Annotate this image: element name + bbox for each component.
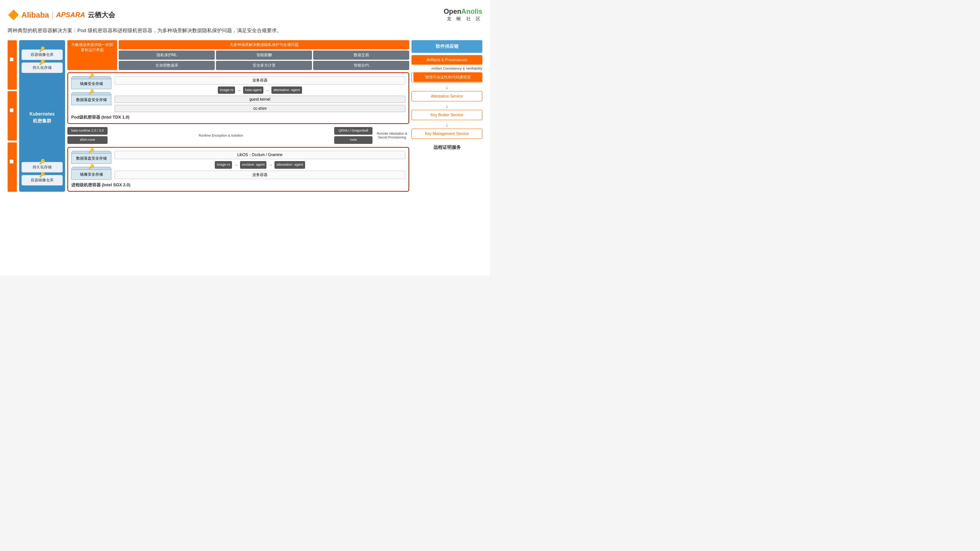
attestation-agent-pod: attestation -agent — [271, 86, 302, 94]
arrow-proc-1: → — [234, 163, 238, 167]
smart-pay-banner: 智能薪酬 — [216, 51, 312, 60]
runtime-row: kata-runtime 2.0 / 3.0 shim-rune Runtime… — [67, 126, 409, 144]
process-right: LibOS：Occlum / Gramine image-rs → enclav… — [114, 151, 405, 180]
kubernetes-label: Kubernetes 机密集群 — [29, 111, 55, 124]
bottom-container-image: 🔑 容器镜像仓库 — [21, 175, 63, 186]
alibaba-brand: Alibaba — [21, 11, 49, 20]
left-labels: 运行时安全 数据存储安全 可信基础设施 — [8, 40, 17, 192]
label-runtime: 运行时安全 — [8, 40, 17, 90]
bottom-storage-label: 容器镜像仓库 — [24, 178, 60, 183]
arrow-conn-2: ↓ — [412, 103, 482, 109]
remote-attest-label: Remote Attestation & Secret Provisioning — [375, 132, 409, 139]
top-container-image: 🔑 容器镜像仓库 — [21, 49, 63, 60]
rune-box: rune — [334, 136, 372, 144]
key-icon-4: 🔑 — [39, 172, 45, 178]
page: 🔶 Alibaba | APSARA 云栖大会 OpenAnolis 龙 蜥 社… — [0, 0, 490, 276]
kubernetes-section: Kubernetes 机密集群 — [21, 75, 63, 160]
disk-body-2: 数据落盘安全存储 — [71, 95, 111, 105]
runtime-left: kata-runtime 2.0 / 3.0 shim-rune — [67, 127, 108, 143]
guest-kernel-row: guest kernel — [114, 96, 405, 103]
pod-data-storage: 🔑 数据落盘安全存储 — [71, 92, 111, 105]
arrow-proc-2: → — [268, 163, 273, 167]
contract-banner: 智能合约 — [313, 61, 409, 70]
runtime-isolation-label: Runtime Encryption & Isolation — [110, 134, 332, 137]
key-broker-service: Key Broker Service — [412, 110, 482, 120]
software-chain-header: 软件供应链 — [412, 40, 482, 53]
runtime-right: QEMU / Dragonball rune — [334, 127, 372, 143]
pod-image-storage: 🔑 镜像安全存储 — [71, 76, 111, 89]
key-icon-1: 🔑 — [39, 46, 45, 52]
persistent-label: 持久化存储 — [24, 65, 60, 70]
pod-agent-row: image-rs → kata-agent → attestation -age… — [114, 86, 405, 94]
privacy-banner: 为多种场景解决数据隐私保护与合规问题 — [119, 40, 409, 49]
arrow-1: → — [237, 88, 241, 93]
bottom-persistent: 🔑 持久化存储 — [21, 162, 63, 173]
disk-body-p2: 镜像安全存储 — [71, 170, 111, 180]
cloud-brand: 云栖大会 — [88, 10, 115, 20]
blue-column: 🔑 容器镜像仓库 🔑 持久化存储 Kubernetes 机密集群 🔑 持久化存储 — [19, 40, 65, 192]
key-management-service: Key Management Service — [412, 129, 482, 139]
mpc-banner: 安全多方计算 — [216, 61, 312, 70]
key-icon-3: 🔑 — [39, 159, 45, 165]
right-column: 软件供应链 Artifacts & Provenances Artifact C… — [412, 40, 482, 192]
enclave-agent-proc: enclave- agent — [240, 161, 266, 169]
qemu-box: QEMU / Dragonball — [334, 127, 372, 135]
business-container-proc: 业务容器 — [114, 171, 405, 179]
sub-banners: 隐私保护ML 智能薪酬 数据交易 — [119, 51, 409, 60]
arrow-conn-1: ↓ — [412, 84, 482, 90]
key-pod-1: 🔑 — [88, 73, 94, 78]
disk-body-1: 镜像安全存储 — [71, 79, 111, 89]
key-proc-1: 🔑 — [88, 148, 94, 153]
key-icon-2: 🔑 — [39, 59, 45, 65]
process-inner: 🔑 数据落盘安全存储 🔑 镜像安全存储 LibOS：Occlum / Grami… — [71, 151, 405, 180]
sub-banners-2: 全加密数据库 安全多方计算 智能合约 — [119, 61, 409, 70]
business-container-row-proc: 业务容器 — [114, 171, 405, 179]
disk-body-p1: 数据落盘安全存储 — [71, 154, 111, 164]
attestation-service: Attestation Service — [412, 91, 482, 101]
openanolis-name: OpenAnolis — [444, 8, 482, 16]
process-agent-row: image-rs → enclave- agent → attestation … — [114, 161, 405, 169]
middle-section: 为敏感业务提供统一的部署和运行界面 为多种场景解决数据隐私保护与合规问题 隐私保… — [67, 40, 409, 192]
pod-inner: 🔑 镜像安全存储 🔑 数据落盘安全存储 业务容器 — [71, 76, 405, 112]
cc-shim-pod: cc-shim — [114, 105, 405, 112]
header: 🔶 Alibaba | APSARA 云栖大会 OpenAnolis 龙 蜥 社… — [8, 8, 482, 22]
data-trade-banner: 数据交易 — [313, 51, 409, 60]
business-container-pod: 业务容器 — [114, 76, 405, 85]
openanolis-logo: OpenAnolis 龙 蜥 社 区 — [444, 8, 482, 22]
subtitle: 两种典型的机密容器解决方案：Pod 级机密容器和进程级机密容器，为多种场景解决数… — [8, 27, 352, 35]
label-infra: 可信基础设施 — [8, 142, 17, 192]
pod-box: 🔑 镜像安全存储 🔑 数据落盘安全存储 业务容器 — [67, 72, 409, 124]
key-pod-2: 🔑 — [88, 89, 94, 95]
process-box: 🔑 数据落盘安全存储 🔑 镜像安全存储 LibOS：Occlum / Grami… — [67, 147, 409, 192]
label-storage: 数据存储安全 — [8, 91, 17, 140]
enhance-banner: 增强可自证性和代码透明度 — [413, 73, 482, 82]
arrow-2: → — [265, 88, 270, 93]
cc-shim-row: cc-shim — [114, 105, 405, 112]
kata-runtime: kata-runtime 2.0 / 3.0 — [67, 127, 108, 135]
pod-box-title: Pod级机密容器 (Intel TDX 1.0) — [71, 114, 405, 120]
process-image-storage: 🔑 镜像安全存储 — [71, 167, 111, 180]
logo-area: 🔶 Alibaba | APSARA 云栖大会 — [8, 10, 115, 20]
process-box-title: 进程级机密容器 (Intel SGX 2.0) — [71, 182, 405, 188]
process-data-storage: 🔑 数据落盘安全存储 — [71, 151, 111, 164]
container-image-label: 容器镜像仓库 — [24, 52, 60, 57]
encrypted-db-banner: 全加密数据库 — [119, 61, 215, 70]
process-disks: 🔑 数据落盘安全存储 🔑 镜像安全存储 — [71, 151, 111, 180]
ml-banner: 隐私保护ML — [119, 51, 215, 60]
shim-rune: shim-rune — [67, 136, 108, 144]
bottom-persistent-label: 持久化存储 — [24, 165, 60, 170]
arrow-conn-3: ↓ — [412, 122, 482, 128]
alibaba-icon: 🔶 — [8, 10, 19, 20]
privacy-banners: 为多种场景解决数据隐私保护与合规问题 隐私保护ML 智能薪酬 数据交易 全加密数… — [119, 40, 409, 70]
enhance-banner-wrapper: 增强可自证性和代码透明度 — [413, 73, 482, 82]
attestation-agent-proc: attestation -agent — [274, 161, 305, 169]
pod-right: 业务容器 image-rs → kata-agent → attestation… — [114, 76, 405, 112]
artifacts-service: Artifacts & Provenances — [412, 55, 482, 65]
consistency-text: Artifact Consistency & Verifiability — [412, 66, 482, 71]
divider: | — [51, 10, 54, 20]
libos-label: LibOS：Occlum / Gramine — [114, 151, 405, 159]
top-banner-row: 为敏感业务提供统一的部署和运行界面 为多种场景解决数据隐私保护与合规问题 隐私保… — [67, 40, 409, 70]
top-persistent: 🔑 持久化存储 — [21, 62, 63, 73]
main-diagram: 运行时安全 数据存储安全 可信基础设施 🔑 容器镜像仓库 🔑 持久化存储 Kub… — [8, 40, 482, 192]
remote-cert-label: 远程证明服务 — [412, 143, 482, 152]
